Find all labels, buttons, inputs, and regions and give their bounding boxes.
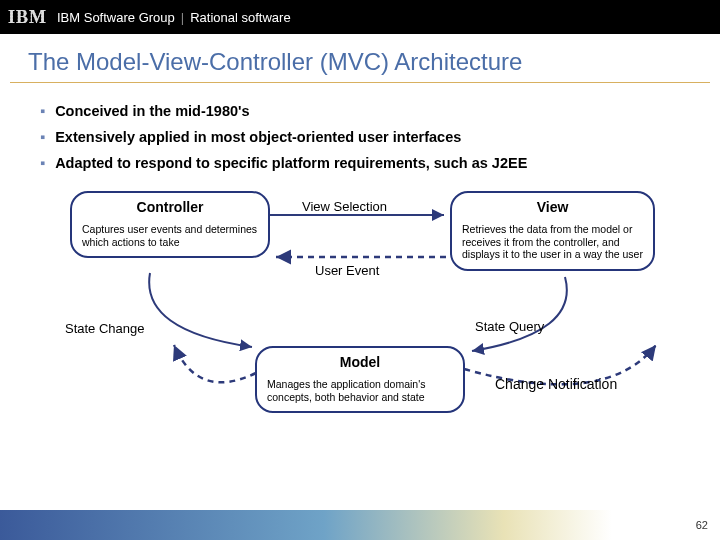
- mvc-diagram: Controller Captures user events and dete…: [0, 191, 720, 451]
- header-separator: |: [181, 10, 184, 25]
- label-state-query: State Query: [475, 319, 544, 334]
- slide-number: 62: [696, 519, 708, 531]
- ibm-logo: IBM: [8, 7, 47, 28]
- arrow-state-change: [144, 271, 264, 351]
- bullet-list: Conceived in the mid-1980's Extensively …: [0, 83, 720, 191]
- header-product: Rational software: [190, 10, 290, 25]
- label-view-selection: View Selection: [302, 199, 387, 214]
- node-view: View Retrieves the data from the model o…: [450, 191, 655, 271]
- node-title: View: [462, 199, 643, 215]
- bullet-item: Extensively applied in most object-orien…: [40, 129, 680, 145]
- footer-bar: 62: [0, 510, 720, 540]
- arrow-change-notification-left: [168, 341, 268, 411]
- label-user-event: User Event: [315, 263, 379, 278]
- header-bar: IBM IBM Software Group | Rational softwa…: [0, 0, 720, 34]
- slide: IBM IBM Software Group | Rational softwa…: [0, 0, 720, 540]
- header-group: IBM Software Group: [57, 10, 175, 25]
- node-title: Model: [267, 354, 453, 370]
- label-change-notification: Change Notification: [495, 376, 617, 392]
- bullet-item: Adapted to respond to specific platform …: [40, 155, 680, 171]
- node-controller: Controller Captures user events and dete…: [70, 191, 270, 258]
- slide-title: The Model-View-Controller (MVC) Architec…: [10, 34, 710, 83]
- node-model: Model Manages the application domain's c…: [255, 346, 465, 413]
- node-title: Controller: [82, 199, 258, 215]
- label-state-change: State Change: [65, 321, 145, 336]
- node-desc: Retrieves the data from the model or rec…: [462, 223, 643, 261]
- bullet-item: Conceived in the mid-1980's: [40, 103, 680, 119]
- node-desc: Captures user events and determines whic…: [82, 223, 258, 248]
- node-desc: Manages the application domain's concept…: [267, 378, 453, 403]
